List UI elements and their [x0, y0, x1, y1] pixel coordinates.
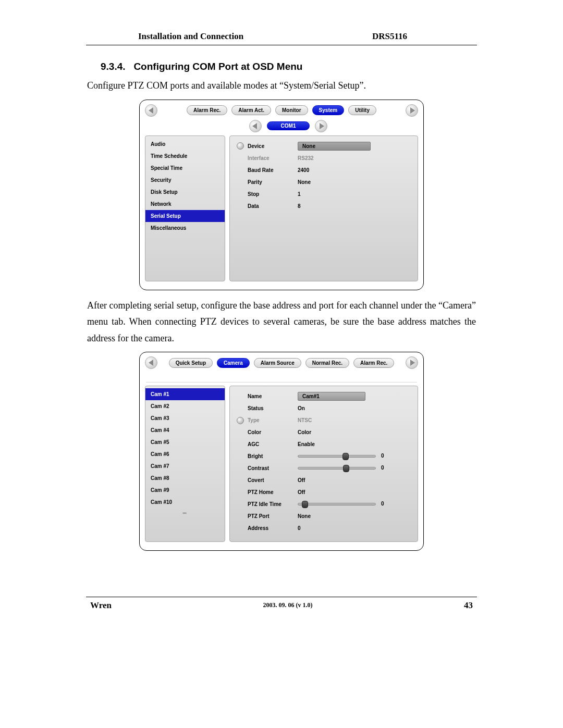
- subtab-next-arrow[interactable]: [315, 120, 327, 132]
- footer-brand: Wren: [90, 600, 112, 611]
- tabs-prev-arrow[interactable]: [145, 104, 157, 117]
- detail-value: 2400: [298, 167, 412, 173]
- slider-track: [298, 455, 376, 458]
- detail-row-baud-rate: Baud Rate2400: [235, 164, 412, 176]
- detail-value[interactable]: 0: [298, 501, 412, 508]
- sidebar-item-security[interactable]: Security: [145, 174, 225, 186]
- detail-row-agc: AGCEnable: [235, 438, 412, 450]
- detail-row-covert: CovertOff: [235, 474, 412, 486]
- detail-pane-2: NameCam#1StatusOnTypeNTSCColorColorAGCEn…: [229, 386, 418, 542]
- tab-monitor[interactable]: Monitor: [275, 105, 308, 115]
- bullet-disc-icon: [237, 417, 244, 424]
- detail-row-bright: Bright0: [235, 450, 412, 462]
- tabs-prev-arrow[interactable]: [145, 356, 157, 369]
- subtab-prev-arrow[interactable]: [249, 120, 262, 132]
- tab-alarm-source[interactable]: Alarm Source: [254, 358, 301, 368]
- slider-knob[interactable]: [342, 453, 349, 460]
- tab-quick-setup[interactable]: Quick Setup: [169, 358, 213, 368]
- value-dropdown[interactable]: None: [298, 142, 371, 151]
- detail-label: Status: [246, 405, 298, 411]
- sidebar-item-cam-3[interactable]: Cam #3: [145, 412, 225, 424]
- sidebar-item-cam-6[interactable]: Cam #6: [145, 448, 225, 460]
- osd-panel-system: Alarm Rec.Alarm Act.MonitorSystemUtility…: [139, 100, 424, 290]
- sidebar-item-cam-10[interactable]: Cam #10: [145, 496, 225, 508]
- detail-label: Stop: [246, 191, 298, 197]
- header-rule: [86, 45, 477, 45]
- detail-row-data: Data8: [235, 200, 412, 212]
- detail-label: Bright: [246, 453, 298, 459]
- detail-value[interactable]: Cam#1: [298, 392, 412, 401]
- header-right: DRS5116: [372, 31, 475, 42]
- sidebar-item-cam-8[interactable]: Cam #8: [145, 472, 225, 484]
- tab-row-1: Alarm Rec.Alarm Act.MonitorSystemUtility: [145, 104, 418, 117]
- detail-pane-1: DeviceNoneInterfaceRS232Baud Rate2400Par…: [229, 135, 418, 281]
- detail-label: Device: [246, 143, 298, 149]
- sidebar-item-serial-setup[interactable]: Serial Setup: [145, 210, 225, 222]
- tab-system[interactable]: System: [312, 105, 345, 115]
- sidebar-item-cam-4[interactable]: Cam #4: [145, 424, 225, 436]
- detail-label: PTZ Home: [246, 489, 298, 495]
- row-bullet: [235, 417, 246, 424]
- slider-knob[interactable]: [343, 465, 349, 472]
- tab-normal-rec-[interactable]: Normal Rec.: [305, 358, 349, 368]
- section-number: 9.3.4.: [101, 61, 126, 72]
- sidebar-item-cam-7[interactable]: Cam #7: [145, 460, 225, 472]
- tabs-next-arrow[interactable]: [406, 356, 418, 369]
- detail-row-name: NameCam#1: [235, 390, 412, 402]
- footer-version: 2003. 09. 06 (v 1.0): [263, 600, 312, 611]
- detail-row-parity: ParityNone: [235, 176, 412, 188]
- detail-label: Baud Rate: [246, 167, 298, 173]
- slider-knob[interactable]: [302, 501, 308, 508]
- detail-label: Address: [246, 525, 298, 531]
- sub-tab-row: COM1: [223, 120, 353, 132]
- detail-row-device: DeviceNone: [235, 140, 412, 152]
- row-bullet: [235, 142, 246, 150]
- detail-value[interactable]: 0: [298, 453, 412, 460]
- tab-utility[interactable]: Utility: [348, 105, 376, 115]
- sidebar-item-special-time[interactable]: Special Time: [145, 162, 225, 174]
- sidebar-item-cam-5[interactable]: Cam #5: [145, 436, 225, 448]
- detail-value[interactable]: 0: [298, 465, 412, 472]
- detail-row-ptz-port: PTZ PortNone: [235, 510, 412, 522]
- footer-rule: [86, 597, 477, 597]
- detail-value: NTSC: [298, 417, 412, 423]
- detail-value: Off: [298, 477, 412, 483]
- tabs-container-2: Quick SetupCameraAlarm SourceNormal Rec.…: [162, 358, 401, 368]
- divider: [146, 372, 417, 382]
- sidebar-item-miscellaneous[interactable]: Miscellaneous: [145, 222, 225, 234]
- detail-value: On: [298, 405, 412, 411]
- sidebar-item-cam-1[interactable]: Cam #1: [145, 388, 225, 400]
- detail-value: Off: [298, 489, 412, 495]
- value-input[interactable]: Cam#1: [298, 392, 365, 401]
- tab-alarm-rec-[interactable]: Alarm Rec.: [353, 358, 394, 368]
- slider-value: 0: [381, 465, 384, 471]
- slider[interactable]: [298, 501, 376, 508]
- detail-row-contrast: Contrast0: [235, 462, 412, 474]
- section-heading: 9.3.4. Configuring COM Port at OSD Menu: [101, 61, 477, 72]
- sidebar-scroll-handle[interactable]: ═: [145, 508, 225, 516]
- sidebar-item-cam-9[interactable]: Cam #9: [145, 484, 225, 496]
- tab-alarm-act-[interactable]: Alarm Act.: [231, 105, 271, 115]
- detail-row-interface: InterfaceRS232: [235, 152, 412, 164]
- detail-value[interactable]: None: [298, 142, 412, 151]
- slider[interactable]: [298, 465, 376, 472]
- detail-row-status: StatusOn: [235, 402, 412, 414]
- tabs-next-arrow[interactable]: [406, 104, 418, 117]
- sidebar-item-disk-setup[interactable]: Disk Setup: [145, 186, 225, 198]
- tab-camera[interactable]: Camera: [217, 358, 250, 368]
- sidebar-item-audio[interactable]: Audio: [145, 138, 225, 150]
- sub-tab-com1[interactable]: COM1: [267, 121, 310, 130]
- detail-label: Data: [246, 203, 298, 209]
- detail-label: AGC: [246, 441, 298, 447]
- detail-label: PTZ Port: [246, 513, 298, 519]
- footer-page-number: 43: [464, 600, 473, 611]
- header-left: Installation and Connection: [138, 31, 243, 42]
- sidebar-list-1: AudioTime ScheduleSpecial TimeSecurityDi…: [145, 135, 225, 281]
- tab-row-2: Quick SetupCameraAlarm SourceNormal Rec.…: [145, 356, 418, 369]
- detail-value: RS232: [298, 155, 412, 161]
- tab-alarm-rec-[interactable]: Alarm Rec.: [187, 105, 227, 115]
- sidebar-item-network[interactable]: Network: [145, 198, 225, 210]
- sidebar-item-cam-2[interactable]: Cam #2: [145, 400, 225, 412]
- slider[interactable]: [298, 453, 376, 460]
- sidebar-item-time-schedule[interactable]: Time Schedule: [145, 150, 225, 162]
